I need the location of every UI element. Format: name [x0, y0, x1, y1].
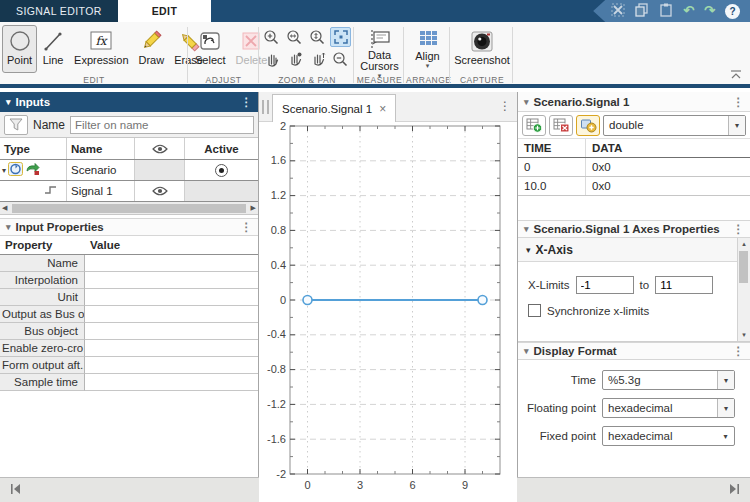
fixed-point-dropdown[interactable]: hexadecimal ▾ — [602, 426, 735, 446]
data-cell[interactable]: 0x0 — [586, 177, 750, 195]
collapse-left-panel-icon[interactable] — [10, 483, 22, 497]
tab-signal-editor[interactable]: SIGNAL EDITOR — [0, 0, 118, 22]
signal-plot[interactable]: 21.61.20.80.40-0.4-0.8-1.2-1.6-20369 — [259, 122, 517, 502]
sync-xlimits-checkbox[interactable] — [528, 304, 541, 317]
line-button[interactable]: Line — [37, 25, 69, 73]
filter-button[interactable] — [4, 115, 28, 135]
zoom-y-button[interactable] — [307, 27, 328, 47]
axes-properties-header[interactable]: ▾ Scenario.Signal 1 Axes Properties ⋮ — [518, 220, 750, 238]
expression-button[interactable]: fx Expression — [69, 25, 133, 73]
axes-properties-menu-icon[interactable]: ⋮ — [733, 222, 745, 236]
chevron-down-icon[interactable]: ▾ — [717, 371, 734, 389]
floating-point-dropdown[interactable]: hexadecimal ▾ — [602, 398, 735, 418]
property-value[interactable] — [85, 255, 258, 272]
time-cell[interactable]: 0 — [518, 158, 586, 176]
property-value[interactable] — [85, 340, 258, 357]
svg-text:-1.6: -1.6 — [267, 433, 286, 445]
screenshot-button[interactable]: Screenshot — [452, 25, 512, 73]
chevron-down-icon[interactable]: ▾ — [728, 116, 745, 135]
property-row: Interpolation — [0, 272, 258, 289]
signal-panel-menu-icon[interactable]: ⋮ — [733, 95, 745, 109]
inputs-panel-header[interactable]: ▾ Inputs ⋮ — [0, 92, 258, 112]
help-icon[interactable]: ? — [725, 4, 740, 19]
point-button[interactable]: Point — [2, 25, 37, 73]
zoom-x-button[interactable] — [284, 27, 305, 47]
property-value[interactable] — [85, 357, 258, 374]
input-properties-header[interactable]: ▾ Input Properties ⋮ — [0, 218, 258, 236]
x-axis-section-header[interactable]: ▾ X-Axis — [518, 238, 737, 262]
property-value[interactable] — [85, 306, 258, 323]
draw-button[interactable]: Draw — [134, 25, 170, 73]
delete-row-icon — [553, 118, 570, 133]
vscroll-thumb[interactable] — [739, 251, 748, 283]
scroll-left-icon[interactable]: ◀ — [2, 204, 7, 212]
group-label-arrange: ARRANGE — [406, 75, 449, 85]
x-limits-row: X-Limits to — [518, 262, 750, 298]
x-min-field[interactable] — [576, 276, 634, 294]
table-row-signal1[interactable]: Signal 1 — [0, 181, 258, 202]
svg-text:1.6: 1.6 — [271, 154, 286, 166]
table-row-scenario[interactable]: ▾ Scenario — [0, 160, 258, 181]
eye-icon — [152, 186, 168, 196]
scenario-active-radio[interactable] — [185, 160, 258, 180]
group-label-edit: EDIT — [2, 75, 186, 85]
x-max-field[interactable] — [655, 276, 713, 294]
datatype-dropdown[interactable]: double ▾ — [603, 115, 746, 136]
undo-icon[interactable]: ↶ — [683, 0, 694, 22]
align-button[interactable]: Align ▾ — [406, 25, 449, 73]
radio-selected-icon — [215, 164, 228, 177]
inputs-menu-icon[interactable]: ⋮ — [241, 95, 253, 109]
cut-icon[interactable] — [611, 3, 625, 20]
data-cell[interactable]: 0x0 — [586, 158, 750, 176]
expand-caret-icon[interactable]: ▾ — [2, 166, 6, 175]
time-format-dropdown[interactable]: %5.3g ▾ — [602, 370, 735, 390]
scroll-right-icon[interactable]: ▶ — [251, 204, 256, 212]
filter-input[interactable] — [70, 116, 254, 134]
collapse-toolstrip-icon[interactable] — [730, 68, 742, 82]
time-format-label: Time — [518, 374, 596, 386]
display-format-header[interactable]: ▾ Display Format ⋮ — [518, 342, 750, 360]
scroll-up-icon[interactable]: ▴ — [742, 240, 746, 248]
time-cell[interactable]: 10.0 — [518, 177, 586, 195]
fit-to-view-button[interactable] — [330, 27, 351, 47]
pan-button[interactable] — [261, 49, 282, 69]
chevron-down-icon[interactable]: ▾ — [717, 399, 734, 417]
sync-xlimits-label: Synchronize x-limits — [547, 305, 649, 317]
copy-icon[interactable] — [635, 3, 649, 20]
data-cursors-button[interactable]: Data Cursors ▾ — [356, 25, 403, 73]
tabstrip-menu-icon[interactable]: ⋮ — [499, 99, 511, 113]
paste-icon[interactable] — [659, 3, 673, 20]
zoom-out-button[interactable] — [330, 49, 351, 69]
zoom-in-button[interactable] — [261, 27, 282, 47]
delete-row-button[interactable] — [549, 115, 573, 136]
property-value[interactable] — [85, 289, 258, 306]
zoom-y-icon — [309, 29, 326, 46]
redo-icon[interactable]: ↷ — [704, 0, 715, 22]
property-value[interactable] — [85, 374, 258, 391]
select-button[interactable]: Select — [190, 25, 231, 73]
display-format-menu-icon[interactable]: ⋮ — [733, 344, 745, 358]
tab-edit[interactable]: EDIT — [118, 0, 212, 22]
collapse-right-panel-icon[interactable] — [728, 483, 740, 497]
property-value[interactable] — [85, 272, 258, 289]
scroll-down-icon[interactable]: ▾ — [742, 331, 746, 339]
property-value[interactable] — [85, 323, 258, 340]
inputs-hscrollbar[interactable]: ◀ ▶ — [0, 202, 258, 215]
table-row[interactable]: 10.0 0x0 — [518, 177, 750, 196]
line-icon — [42, 28, 64, 54]
tab-scenario-signal1[interactable]: Scenario.Signal 1 × — [272, 94, 396, 122]
signal1-name: Signal 1 — [67, 181, 135, 201]
input-properties-menu-icon[interactable]: ⋮ — [241, 220, 253, 234]
insert-row-button[interactable] — [522, 115, 546, 136]
signal1-visibility-toggle[interactable] — [135, 181, 185, 201]
pan-y-button[interactable] — [307, 49, 328, 69]
add-signal-button[interactable] — [576, 115, 600, 136]
table-row[interactable]: 0 0x0 — [518, 158, 750, 177]
hscroll-thumb[interactable] — [12, 204, 246, 213]
chevron-down-icon[interactable]: ▾ — [717, 427, 734, 445]
splitter-grip[interactable] — [262, 100, 269, 114]
col-property: Property — [0, 236, 85, 254]
close-icon[interactable]: × — [379, 102, 386, 116]
pan-x-button[interactable] — [284, 49, 305, 69]
signal-panel-header[interactable]: ▾ Scenario.Signal 1 ⋮ — [518, 92, 750, 112]
